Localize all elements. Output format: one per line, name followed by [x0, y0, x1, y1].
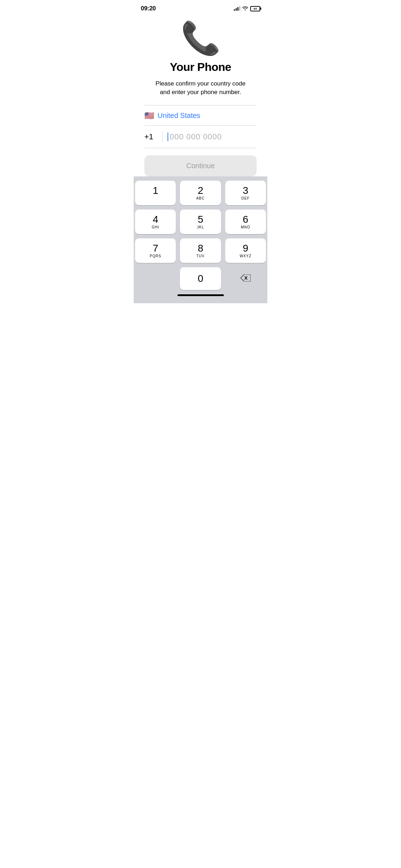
key-8[interactable]: 8 TUV	[180, 238, 221, 263]
home-indicator	[134, 291, 267, 303]
phone-input-field[interactable]: 000 000 0000	[168, 132, 222, 141]
country-selector[interactable]: 🇺🇸 United States	[144, 105, 257, 120]
key-9[interactable]: 9 WXYZ	[225, 238, 266, 263]
delete-icon	[241, 274, 251, 284]
country-name: United States	[158, 112, 200, 120]
keypad-section: 1 2 ABC 3 DEF 4 GHI 5 JKL 6 MNO 7 PQRS	[134, 176, 267, 291]
phone-illustration: 📞	[181, 22, 221, 54]
text-cursor	[168, 133, 168, 141]
phone-bottom-divider	[144, 148, 257, 148]
key-3[interactable]: 3 DEF	[225, 181, 266, 205]
country-flag: 🇺🇸	[144, 111, 154, 120]
continue-button[interactable]: Continue	[144, 155, 257, 176]
key-0[interactable]: 0	[180, 267, 221, 290]
main-content: 📞 Your Phone Please confirm your country…	[134, 15, 267, 176]
signal-icon	[234, 6, 240, 11]
home-bar	[178, 294, 224, 296]
keypad-grid: 1 2 ABC 3 DEF 4 GHI 5 JKL 6 MNO 7 PQRS	[135, 181, 266, 290]
wifi-icon	[242, 6, 248, 11]
key-4[interactable]: 4 GHI	[135, 210, 176, 234]
delete-button[interactable]	[225, 267, 266, 290]
key-empty	[135, 267, 176, 290]
country-code: +1	[144, 132, 162, 141]
status-icons: 84	[234, 6, 260, 11]
battery-icon: 84	[250, 6, 260, 11]
key-1[interactable]: 1	[135, 181, 176, 205]
phone-placeholder: 000 000 0000	[170, 132, 222, 141]
key-2[interactable]: 2 ABC	[180, 181, 221, 205]
status-bar: 09:20 84	[134, 0, 267, 15]
page-title: Your Phone	[170, 61, 231, 74]
phone-input-row: +1 000 000 0000	[144, 126, 257, 148]
key-5[interactable]: 5 JKL	[180, 210, 221, 234]
key-6[interactable]: 6 MNO	[225, 210, 266, 234]
page-subtitle: Please confirm your country codeand ente…	[155, 79, 245, 97]
phone-vertical-divider	[162, 131, 163, 142]
key-7[interactable]: 7 PQRS	[135, 238, 176, 263]
status-time: 09:20	[141, 5, 156, 12]
